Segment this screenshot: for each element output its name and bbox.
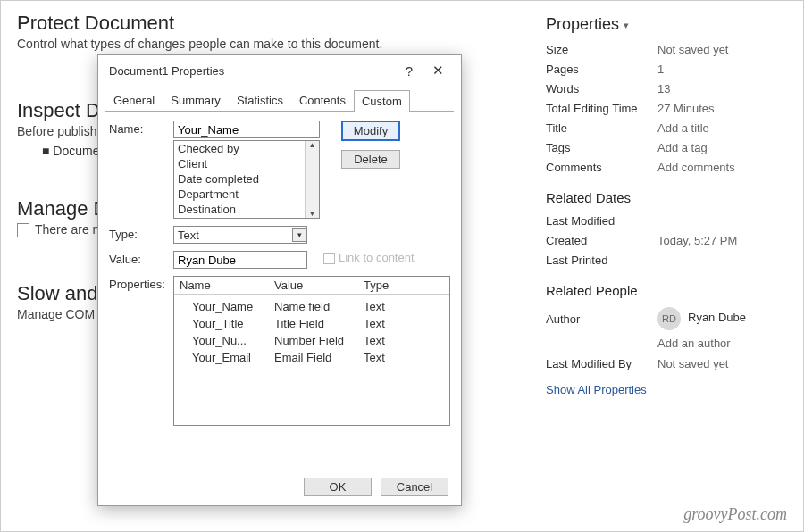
watermark: groovyPost.com bbox=[683, 505, 787, 524]
col-value: Value bbox=[269, 277, 358, 294]
title-label: Title bbox=[546, 121, 657, 135]
chevron-down-icon: ▾ bbox=[624, 20, 629, 30]
ok-button[interactable]: OK bbox=[304, 478, 372, 496]
tab-statistics[interactable]: Statistics bbox=[229, 89, 291, 111]
size-label: Size bbox=[546, 43, 657, 56]
dialog-tabs: General Summary Statistics Contents Cust… bbox=[105, 89, 454, 112]
tags-label: Tags bbox=[546, 141, 657, 154]
comments-label: Comments bbox=[546, 161, 657, 174]
pages-value: 1 bbox=[657, 62, 664, 76]
table-row[interactable]: Your_TitleTitle FieldText bbox=[174, 315, 449, 332]
lastmodby-value: Not saved yet bbox=[657, 357, 729, 370]
checkbox-icon bbox=[323, 253, 335, 264]
avatar: RD bbox=[657, 307, 681, 330]
col-type: Type bbox=[358, 277, 449, 294]
pages-label: Pages bbox=[546, 62, 657, 76]
related-people-header: Related People bbox=[546, 283, 787, 298]
link-to-content-label: Link to content bbox=[339, 251, 415, 264]
editing-value: 27 Minutes bbox=[657, 102, 715, 115]
type-label: Type: bbox=[109, 226, 173, 241]
properties-dialog: Document1 Properties ? ✕ General Summary… bbox=[97, 54, 462, 506]
delete-button[interactable]: Delete bbox=[341, 150, 400, 169]
printed-label: Last Printed bbox=[546, 254, 657, 267]
value-label: Value: bbox=[109, 251, 173, 266]
add-author[interactable]: Add an author bbox=[657, 337, 731, 350]
cancel-button[interactable]: Cancel bbox=[381, 478, 448, 496]
words-label: Words bbox=[546, 82, 657, 96]
properties-header-text: Properties bbox=[546, 15, 619, 33]
related-dates-header: Related Dates bbox=[546, 190, 787, 205]
title-value[interactable]: Add a title bbox=[657, 121, 709, 135]
type-select[interactable]: Text▾ bbox=[173, 226, 307, 244]
listbox-item[interactable]: Checked by bbox=[174, 141, 319, 156]
table-row[interactable]: Your_NameName fieldText bbox=[174, 298, 449, 315]
dialog-body: Name: Checked byClientDate completedDepa… bbox=[98, 112, 461, 426]
modify-button[interactable]: Modify bbox=[341, 121, 400, 141]
listbox-item[interactable]: Department bbox=[174, 187, 319, 202]
properties-table[interactable]: Name Value Type Your_NameName fieldTextY… bbox=[173, 276, 450, 426]
value-input[interactable] bbox=[173, 251, 307, 269]
tags-value[interactable]: Add a tag bbox=[657, 141, 708, 154]
created-label: Created bbox=[546, 234, 657, 247]
listbox-item[interactable]: Disposition bbox=[174, 217, 319, 219]
author-name: Ryan Dube bbox=[688, 311, 746, 324]
show-all-properties-link[interactable]: Show All Properties bbox=[546, 383, 787, 396]
name-listbox[interactable]: Checked byClientDate completedDepartment… bbox=[173, 140, 320, 219]
type-select-value: Text bbox=[178, 229, 199, 242]
manage-sub-text: There are nc bbox=[35, 222, 105, 237]
listbox-item[interactable]: Date completed bbox=[174, 171, 319, 187]
table-row[interactable]: Your_Nu...Number FieldText bbox=[174, 332, 449, 349]
lastmodby-label: Last Modified By bbox=[546, 357, 657, 370]
properties-panel: Properties ▾ SizeNot saved yet Pages1 Wo… bbox=[546, 15, 787, 396]
listbox-item[interactable]: Destination bbox=[174, 202, 319, 217]
author-value[interactable]: RDRyan Dube bbox=[657, 307, 746, 330]
lastmod-label: Last Modified bbox=[546, 214, 657, 228]
col-name: Name bbox=[174, 277, 269, 294]
tab-contents[interactable]: Contents bbox=[291, 89, 354, 111]
tab-summary[interactable]: Summary bbox=[163, 89, 229, 111]
scrollbar[interactable] bbox=[305, 141, 319, 218]
properties-label: Properties: bbox=[109, 276, 173, 291]
listbox-item[interactable]: Client bbox=[174, 156, 319, 171]
chevron-down-icon: ▾ bbox=[292, 228, 306, 242]
editing-label: Total Editing Time bbox=[546, 102, 657, 115]
tab-general[interactable]: General bbox=[105, 89, 163, 111]
dialog-title-text: Document1 Properties bbox=[109, 64, 224, 78]
tab-custom[interactable]: Custom bbox=[354, 90, 410, 112]
words-value: 13 bbox=[657, 82, 670, 96]
size-value: Not saved yet bbox=[657, 43, 729, 56]
name-label: Name: bbox=[109, 121, 173, 136]
close-button[interactable]: ✕ bbox=[423, 62, 452, 79]
document-icon bbox=[17, 223, 29, 237]
name-input[interactable] bbox=[173, 121, 320, 138]
author-label: Author bbox=[546, 312, 657, 326]
table-row[interactable]: Your_EmailEmail FieldText bbox=[174, 349, 449, 366]
created-value: Today, 5:27 PM bbox=[657, 234, 737, 247]
properties-header[interactable]: Properties ▾ bbox=[546, 15, 787, 34]
comments-value[interactable]: Add comments bbox=[657, 161, 735, 174]
help-button[interactable]: ? bbox=[395, 63, 423, 79]
dialog-titlebar: Document1 Properties ? ✕ bbox=[98, 55, 461, 86]
link-to-content: Link to content bbox=[323, 251, 415, 264]
